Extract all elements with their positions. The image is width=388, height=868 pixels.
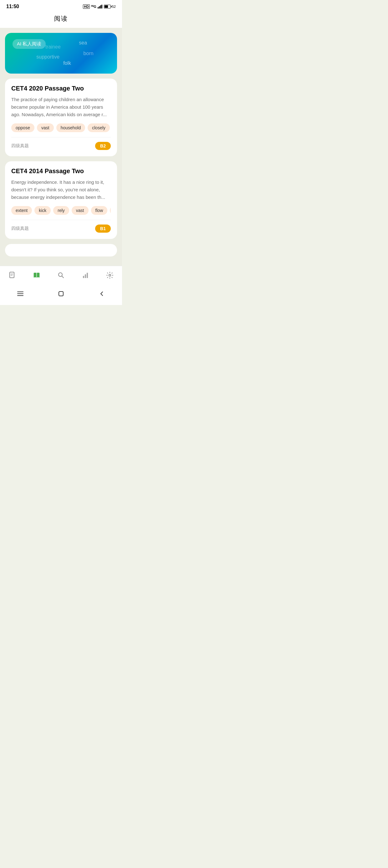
battery-percent: 52 xyxy=(112,5,116,8)
bottom-nav xyxy=(0,266,122,284)
tag-vast2[interactable]: vast xyxy=(72,206,89,215)
svg-rect-12 xyxy=(87,273,88,278)
float-word-trainee: trainee xyxy=(45,44,61,50)
card-1-category: 四级真题 xyxy=(11,143,29,149)
tag-household[interactable]: household xyxy=(56,123,86,132)
svg-rect-4 xyxy=(10,272,14,278)
card-1-excerpt: The practice of paying children an allow… xyxy=(11,96,111,118)
nav-item-stats[interactable] xyxy=(76,270,95,281)
float-word-supportive: supportive xyxy=(36,54,60,60)
ai-banner[interactable]: trainee sea born supportive folk AI 私人阅读 xyxy=(5,33,117,73)
svg-rect-3 xyxy=(101,5,102,8)
home-button[interactable] xyxy=(55,287,67,300)
svg-rect-17 xyxy=(59,291,63,296)
reading-card-1[interactable]: CET4 2020 Passage Two The practice of pa… xyxy=(5,79,117,156)
menu-button[interactable] xyxy=(14,287,27,300)
back-button[interactable] xyxy=(95,287,108,300)
menu-icon xyxy=(17,291,24,296)
nav-item-vocab[interactable] xyxy=(3,270,21,281)
battery-icon xyxy=(104,5,111,8)
card-1-level: B2 xyxy=(95,142,111,150)
reading-icon xyxy=(33,271,41,279)
network-label: ⁵⁵G xyxy=(91,5,96,9)
nav-item-settings[interactable] xyxy=(101,270,119,281)
signal-icon xyxy=(98,5,103,8)
tag-closely[interactable]: closely xyxy=(88,123,110,132)
status-icons: HD ⁵⁵G 52 xyxy=(83,4,116,9)
svg-point-13 xyxy=(109,274,111,276)
card-2-level: B1 xyxy=(95,224,111,232)
float-word-folk: folk xyxy=(63,60,71,66)
card-2-footer: 四级真题 B1 xyxy=(11,220,111,239)
status-time: 11:50 xyxy=(6,4,19,9)
nav-item-search[interactable] xyxy=(52,270,70,281)
svg-rect-1 xyxy=(99,6,100,8)
tag-flow[interactable]: flow xyxy=(91,206,108,215)
card-2-title: CET4 2014 Passage Two xyxy=(11,167,111,175)
system-nav xyxy=(0,284,122,305)
page-title: 阅读 xyxy=(0,14,122,23)
float-word-sea: sea xyxy=(79,40,87,46)
reading-card-2[interactable]: CET4 2014 Passage Two Energy independenc… xyxy=(5,161,117,239)
vocab-icon xyxy=(8,271,16,279)
page-title-bar: 阅读 xyxy=(0,12,122,28)
card-1-footer: 四级真题 B2 xyxy=(11,137,111,156)
card-1-title: CET4 2020 Passage Two xyxy=(11,85,111,92)
tag-oppose[interactable]: oppose xyxy=(11,123,34,132)
main-content: trainee sea born supportive folk AI 私人阅读… xyxy=(0,28,122,266)
card-2-tags: extent kick rely vast flow massiv xyxy=(11,206,111,215)
svg-line-9 xyxy=(62,276,64,278)
tag-extent[interactable]: extent xyxy=(11,206,32,215)
svg-rect-2 xyxy=(100,5,101,8)
tag-rely[interactable]: rely xyxy=(53,206,69,215)
hd-label: HD xyxy=(83,4,90,9)
search-icon xyxy=(57,271,65,279)
svg-rect-10 xyxy=(83,276,84,278)
svg-point-8 xyxy=(59,273,62,277)
ai-banner-label: AI 私人阅读 xyxy=(12,39,46,49)
svg-rect-11 xyxy=(85,274,86,278)
nav-item-reading[interactable] xyxy=(28,270,46,281)
card-2-excerpt: Energy independence. It has a nice ring … xyxy=(11,179,111,201)
stats-icon xyxy=(82,271,90,279)
partial-card-hint xyxy=(5,244,117,256)
card-1-tags: oppose vast household closely shall xyxy=(11,123,111,132)
status-bar: 11:50 HD ⁵⁵G 52 xyxy=(0,0,122,12)
tag-vast[interactable]: vast xyxy=(37,123,54,132)
tag-kick[interactable]: kick xyxy=(34,206,51,215)
tag-massiv[interactable]: massiv xyxy=(110,206,111,215)
back-icon xyxy=(99,291,104,297)
settings-icon xyxy=(106,271,114,279)
home-icon xyxy=(58,290,64,297)
float-word-born: born xyxy=(84,51,94,56)
card-2-category: 四级真题 xyxy=(11,226,29,231)
svg-rect-0 xyxy=(98,7,99,8)
